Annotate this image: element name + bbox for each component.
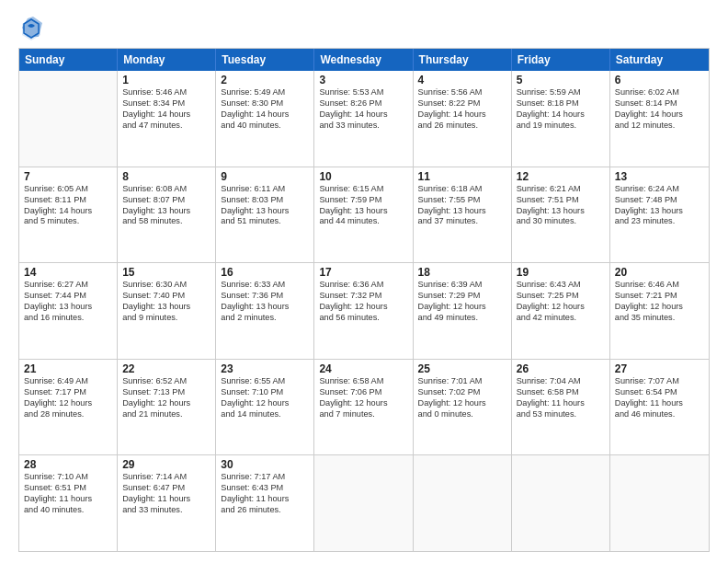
day-cell-17: 17Sunrise: 6:36 AMSunset: 7:32 PMDayligh… bbox=[314, 263, 413, 359]
day-number: 30 bbox=[221, 458, 309, 471]
day-cell-13: 13Sunrise: 6:24 AMSunset: 7:48 PMDayligh… bbox=[610, 167, 709, 263]
day-number: 6 bbox=[615, 74, 704, 86]
day-cell-16: 16Sunrise: 6:33 AMSunset: 7:36 PMDayligh… bbox=[216, 263, 314, 359]
cell-info-line: Daylight: 12 hours bbox=[418, 398, 506, 409]
cell-info-line: Sunset: 7:40 PM bbox=[122, 291, 210, 302]
cell-info-line: and 40 minutes. bbox=[24, 505, 112, 516]
header bbox=[18, 15, 710, 40]
cell-info-line: and 44 minutes. bbox=[319, 216, 407, 227]
day-number: 8 bbox=[122, 170, 210, 183]
day-cell-4: 4Sunrise: 5:56 AMSunset: 8:22 PMDaylight… bbox=[414, 71, 512, 167]
cell-info-line: Sunrise: 7:07 AM bbox=[615, 376, 704, 387]
cell-info-line: Daylight: 14 hours bbox=[615, 109, 704, 121]
cell-info-line: Sunrise: 5:46 AM bbox=[122, 87, 210, 98]
day-number: 13 bbox=[615, 170, 704, 183]
cell-info-line: Sunset: 8:34 PM bbox=[122, 98, 210, 109]
logo-icon bbox=[18, 15, 44, 40]
cell-info-line: Sunrise: 6:43 AM bbox=[517, 280, 605, 291]
weekday-header-friday: Friday bbox=[512, 49, 610, 71]
day-cell-21: 21Sunrise: 6:49 AMSunset: 7:17 PMDayligh… bbox=[19, 360, 118, 455]
cell-info-line: and 46 minutes. bbox=[615, 409, 704, 420]
empty-cell-4-3 bbox=[314, 455, 413, 551]
cell-info-line: and 53 minutes. bbox=[517, 409, 605, 420]
cell-info-line: Sunrise: 6:18 AM bbox=[418, 184, 506, 195]
weekday-header-sunday: Sunday bbox=[19, 49, 118, 71]
day-cell-3: 3Sunrise: 5:53 AMSunset: 8:26 PMDaylight… bbox=[314, 71, 413, 167]
weekday-header-tuesday: Tuesday bbox=[216, 49, 314, 71]
calendar-row-4: 28Sunrise: 7:10 AMSunset: 6:51 PMDayligh… bbox=[19, 455, 709, 551]
day-number: 18 bbox=[418, 266, 506, 279]
day-cell-28: 28Sunrise: 7:10 AMSunset: 6:51 PMDayligh… bbox=[19, 455, 118, 551]
day-cell-18: 18Sunrise: 6:39 AMSunset: 7:29 PMDayligh… bbox=[414, 263, 512, 359]
day-cell-10: 10Sunrise: 6:15 AMSunset: 7:59 PMDayligh… bbox=[314, 167, 413, 263]
cell-info-line: Daylight: 11 hours bbox=[24, 494, 112, 505]
cell-info-line: and 23 minutes. bbox=[615, 216, 704, 227]
day-cell-20: 20Sunrise: 6:46 AMSunset: 7:21 PMDayligh… bbox=[610, 263, 709, 359]
cell-info-line: Daylight: 12 hours bbox=[122, 398, 210, 409]
cell-info-line: Sunset: 7:48 PM bbox=[615, 195, 704, 206]
cell-info-line: Sunrise: 5:56 AM bbox=[418, 87, 506, 98]
cell-info-line: Daylight: 12 hours bbox=[517, 302, 605, 313]
day-cell-29: 29Sunrise: 7:14 AMSunset: 6:47 PMDayligh… bbox=[118, 455, 216, 551]
cell-info-line: Sunrise: 7:14 AM bbox=[122, 472, 210, 483]
cell-info-line: Sunrise: 6:58 AM bbox=[319, 376, 407, 387]
cell-info-line: Daylight: 13 hours bbox=[24, 302, 112, 313]
day-number: 1 bbox=[122, 74, 210, 86]
cell-info-line: and 0 minutes. bbox=[418, 409, 506, 420]
day-number: 23 bbox=[221, 362, 309, 375]
cell-info-line: Daylight: 13 hours bbox=[517, 206, 605, 217]
cell-info-line: Sunset: 6:43 PM bbox=[221, 483, 309, 494]
day-cell-27: 27Sunrise: 7:07 AMSunset: 6:54 PMDayligh… bbox=[610, 360, 709, 455]
cell-info-line: Daylight: 14 hours bbox=[517, 109, 605, 121]
empty-cell-4-6 bbox=[610, 455, 709, 551]
cell-info-line: Sunrise: 7:04 AM bbox=[517, 376, 605, 387]
day-number: 21 bbox=[24, 362, 112, 375]
day-number: 29 bbox=[122, 458, 210, 471]
day-cell-19: 19Sunrise: 6:43 AMSunset: 7:25 PMDayligh… bbox=[512, 263, 610, 359]
cell-info-line: and 21 minutes. bbox=[122, 409, 210, 420]
page: SundayMondayTuesdayWednesdayThursdayFrid… bbox=[0, 0, 728, 563]
empty-cell-4-5 bbox=[512, 455, 610, 551]
cell-info-line: and 35 minutes. bbox=[615, 313, 704, 324]
cell-info-line: Sunset: 7:44 PM bbox=[24, 291, 112, 302]
cell-info-line: Sunset: 8:26 PM bbox=[319, 98, 407, 109]
weekday-header-monday: Monday bbox=[118, 49, 216, 71]
cell-info-line: and 2 minutes. bbox=[221, 313, 309, 324]
cell-info-line: Sunset: 6:58 PM bbox=[517, 387, 605, 398]
cell-info-line: Sunrise: 5:53 AM bbox=[319, 87, 407, 98]
cell-info-line: Daylight: 12 hours bbox=[319, 398, 407, 409]
day-cell-9: 9Sunrise: 6:11 AMSunset: 8:03 PMDaylight… bbox=[216, 167, 314, 263]
day-number: 22 bbox=[122, 362, 210, 375]
day-number: 4 bbox=[418, 74, 506, 86]
weekday-header-wednesday: Wednesday bbox=[314, 49, 413, 71]
day-cell-14: 14Sunrise: 6:27 AMSunset: 7:44 PMDayligh… bbox=[19, 263, 118, 359]
cell-info-line: Sunset: 7:25 PM bbox=[517, 291, 605, 302]
cell-info-line: Daylight: 11 hours bbox=[615, 398, 704, 409]
cell-info-line: Sunrise: 5:49 AM bbox=[221, 87, 309, 98]
cell-info-line: Sunrise: 5:59 AM bbox=[517, 87, 605, 98]
cell-info-line: Sunrise: 6:49 AM bbox=[24, 376, 112, 387]
cell-info-line: Daylight: 13 hours bbox=[221, 302, 309, 313]
day-number: 20 bbox=[615, 266, 704, 279]
cell-info-line: Sunset: 7:10 PM bbox=[221, 387, 309, 398]
day-cell-15: 15Sunrise: 6:30 AMSunset: 7:40 PMDayligh… bbox=[118, 263, 216, 359]
cell-info-line: Daylight: 12 hours bbox=[24, 398, 112, 409]
day-cell-23: 23Sunrise: 6:55 AMSunset: 7:10 PMDayligh… bbox=[216, 360, 314, 455]
cell-info-line: Sunrise: 6:39 AM bbox=[418, 280, 506, 291]
day-number: 14 bbox=[24, 266, 112, 279]
cell-info-line: and 9 minutes. bbox=[122, 313, 210, 324]
cell-info-line: and 40 minutes. bbox=[221, 121, 309, 132]
cell-info-line: Daylight: 12 hours bbox=[221, 398, 309, 409]
logo bbox=[18, 15, 48, 40]
day-cell-12: 12Sunrise: 6:21 AMSunset: 7:51 PMDayligh… bbox=[512, 167, 610, 263]
cell-info-line: Sunset: 7:32 PM bbox=[319, 291, 407, 302]
cell-info-line: Sunrise: 6:27 AM bbox=[24, 280, 112, 291]
cell-info-line: Sunrise: 7:17 AM bbox=[221, 472, 309, 483]
calendar-header: SundayMondayTuesdayWednesdayThursdayFrid… bbox=[19, 49, 709, 71]
day-number: 15 bbox=[122, 266, 210, 279]
cell-info-line: Sunset: 8:03 PM bbox=[221, 195, 309, 206]
day-number: 28 bbox=[24, 458, 112, 471]
cell-info-line: and 51 minutes. bbox=[221, 216, 309, 227]
cell-info-line: and 19 minutes. bbox=[517, 121, 605, 132]
cell-info-line: Sunset: 6:54 PM bbox=[615, 387, 704, 398]
